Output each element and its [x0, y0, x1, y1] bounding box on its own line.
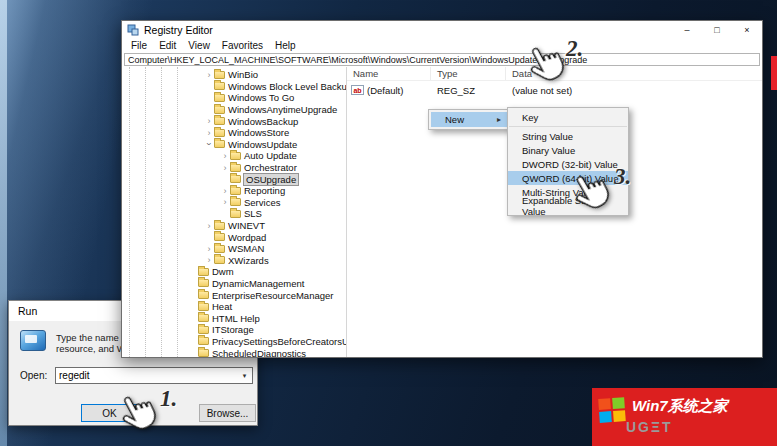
menu-item-new-label: New: [445, 114, 464, 125]
tree-item-label: Auto Update: [244, 150, 297, 161]
tree-item[interactable]: Wordpad: [122, 231, 346, 243]
folder-icon: [198, 291, 209, 299]
tree-item[interactable]: Heat: [122, 301, 346, 313]
tree-item-label: Windows Block Level Backup: [228, 81, 347, 92]
minimize-button[interactable]: –: [672, 21, 702, 39]
menu-item-new[interactable]: New ▸: [431, 112, 508, 127]
tree-item[interactable]: ›Orchestrator: [122, 162, 346, 174]
tree-item[interactable]: Windows To Go: [122, 92, 346, 104]
folder-icon: [230, 175, 241, 183]
menu-file[interactable]: File: [125, 40, 153, 51]
folder-icon: [214, 222, 225, 230]
value-type: REG_SZ: [431, 85, 506, 96]
tree-item[interactable]: ›WSMAN: [122, 243, 346, 255]
folder-icon: [230, 210, 241, 218]
column-name[interactable]: Name: [347, 67, 431, 80]
tree-item-label: Dwm: [212, 266, 234, 277]
chevron-right-icon[interactable]: ›: [220, 186, 230, 196]
tree-item-label: DynamicManagement: [212, 278, 304, 289]
tree-item[interactable]: ›WINEVT: [122, 220, 346, 232]
chevron-right-icon[interactable]: ›: [204, 70, 214, 80]
chevron-right-icon[interactable]: ›: [220, 163, 230, 173]
address-bar[interactable]: Computer\HKEY_LOCAL_MACHINE\SOFTWARE\Mic…: [124, 53, 760, 66]
tree-item-label: WindowsAnytimeUpgrade: [228, 104, 337, 115]
tree-item[interactable]: ›Services: [122, 197, 346, 209]
desktop: Run Type the name of a p resource, and W…: [0, 0, 777, 446]
close-button[interactable]: ×: [732, 21, 762, 39]
combobox-dropdown-icon[interactable]: ▾: [237, 368, 252, 383]
window-title: Registry Editor: [144, 24, 213, 36]
menu-item-dword-value[interactable]: DWORD (32-bit) Value: [508, 157, 628, 171]
step-number-3: 3.: [614, 164, 631, 190]
tree-item[interactable]: DynamicManagement: [122, 278, 346, 290]
chevron-right-icon[interactable]: ›: [220, 197, 230, 207]
tree-item-label: HTML Help: [212, 313, 260, 324]
tree-item[interactable]: EnterpriseResourceManager: [122, 289, 346, 301]
step-number-2: 2.: [566, 36, 583, 62]
tree-item-label: Orchestrator: [244, 162, 297, 173]
tree-item[interactable]: ›WindowsStore: [122, 127, 346, 139]
menu-edit[interactable]: Edit: [153, 40, 182, 51]
chevron-right-icon[interactable]: ›: [204, 221, 214, 231]
string-value-icon: ab: [351, 85, 364, 95]
chevron-right-icon[interactable]: ›: [204, 244, 214, 254]
tree-item[interactable]: ›Reporting: [122, 185, 346, 197]
folder-icon: [230, 198, 241, 206]
browse-button[interactable]: Browse...: [199, 404, 256, 422]
tree-item-label: Wordpad: [228, 232, 266, 243]
folder-icon: [230, 187, 241, 195]
step-number-1: 1.: [160, 386, 177, 412]
tree-item-label: XWizards: [228, 255, 269, 266]
tree-item[interactable]: PrivacySettingsBeforeCreatorsUpdate: [122, 336, 346, 348]
menu-view[interactable]: View: [182, 40, 216, 51]
tree-item-label: PrivacySettingsBeforeCreatorsUpdate: [212, 336, 347, 347]
folder-icon: [198, 349, 209, 357]
tree-item-label: WSMAN: [228, 243, 264, 254]
tree-item[interactable]: WindowsAnytimeUpgrade: [122, 104, 346, 116]
value-row-default[interactable]: ab (Default) REG_SZ (value not set): [347, 83, 762, 97]
tree-item-windowsupdate[interactable]: ›WindowsUpdate: [122, 139, 346, 151]
folder-icon: [214, 106, 225, 114]
menu-bar: File Edit View Favorites Help: [122, 39, 762, 52]
folder-icon: [214, 71, 225, 79]
folder-icon: [214, 129, 225, 137]
tree-item[interactable]: ›XWizards: [122, 255, 346, 267]
chevron-expanded-icon[interactable]: ›: [204, 139, 214, 149]
folder-icon: [214, 82, 225, 90]
tree-item[interactable]: Dwm: [122, 266, 346, 278]
value-name: (Default): [367, 85, 403, 96]
chevron-right-icon[interactable]: ›: [220, 151, 230, 161]
menu-separator: [509, 126, 627, 127]
windows-flag-logo: [598, 397, 627, 424]
wallpaper-light-beam: [0, 0, 7, 446]
tree-item-label: WindowsStore: [228, 127, 289, 138]
chevron-right-icon[interactable]: ›: [204, 128, 214, 138]
menu-item-key[interactable]: Key: [508, 110, 628, 124]
folder-icon: [230, 164, 241, 172]
tree-item[interactable]: Windows Block Level Backup: [122, 81, 346, 93]
menu-favorites[interactable]: Favorites: [216, 40, 269, 51]
tree-item[interactable]: SLS: [122, 208, 346, 220]
menu-help[interactable]: Help: [269, 40, 302, 51]
menu-item-binary-value[interactable]: Binary Value: [508, 143, 628, 157]
tree-item[interactable]: ITStorage: [122, 324, 346, 336]
tree-item[interactable]: HTML Help: [122, 312, 346, 324]
tree-item[interactable]: ScheduledDiagnostics: [122, 347, 346, 357]
tree-item[interactable]: ›WinBio: [122, 69, 346, 81]
chevron-right-icon[interactable]: ›: [204, 255, 214, 265]
column-type[interactable]: Type: [431, 67, 506, 80]
open-input[interactable]: [56, 370, 237, 381]
tree-item-label: Services: [244, 197, 280, 208]
registry-tree: ›WinBio Windows Block Level Backup Windo…: [122, 67, 347, 357]
menu-item-string-value[interactable]: String Value: [508, 129, 628, 143]
tree-item[interactable]: ›WindowsBackup: [122, 115, 346, 127]
chevron-right-icon[interactable]: ›: [204, 116, 214, 126]
open-combobox[interactable]: ▾: [55, 367, 253, 384]
tree-item-label: SLS: [244, 208, 262, 219]
tree-item[interactable]: ›Auto Update: [122, 150, 346, 162]
title-bar[interactable]: Registry Editor – □ ×: [122, 21, 762, 39]
folder-icon: [198, 337, 209, 345]
maximize-button[interactable]: □: [702, 21, 732, 39]
tree-item-label: ScheduledDiagnostics: [212, 348, 306, 357]
tree-item-osupgrade[interactable]: OSUpgrade: [122, 173, 346, 185]
